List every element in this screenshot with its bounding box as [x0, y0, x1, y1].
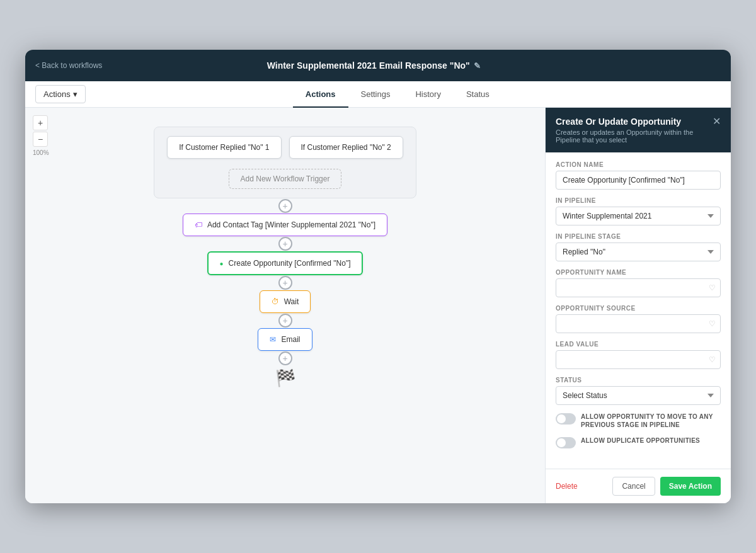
- trigger-box-2[interactable]: If Customer Replied "No" 2: [289, 136, 403, 159]
- workflow-canvas: If Customer Replied "No" 1 If Customer R…: [25, 108, 545, 486]
- opportunity-source-icon: ♡: [709, 319, 716, 328]
- tabs-group: Actions Settings History Status: [96, 81, 699, 107]
- tag-action-node[interactable]: 🏷 Add Contact Tag [Winter Supplemental 2…: [183, 214, 387, 236]
- top-bar: < Back to workflows Winter Supplemental …: [25, 50, 731, 81]
- right-panel: Create Or Update Opportunity Creates or …: [545, 108, 731, 503]
- toggle-duplicate[interactable]: [556, 437, 576, 448]
- tab-actions[interactable]: Actions: [293, 82, 348, 108]
- add-step-icon-3[interactable]: +: [278, 276, 292, 290]
- wait-node-icon: ⏱: [272, 297, 279, 306]
- toggle-previous-stage-row: ALLOW OPPORTUNITY TO MOVE TO ANY PREVIOU…: [556, 413, 721, 429]
- connector-3[interactable]: +: [278, 275, 293, 290]
- add-step-icon-5[interactable]: +: [278, 351, 292, 365]
- lead-value-icon: ♡: [709, 355, 716, 364]
- opportunity-name-icon: ♡: [709, 283, 716, 292]
- zoom-controls: + − 100%: [33, 115, 49, 156]
- edit-workflow-icon[interactable]: ✎: [474, 61, 481, 71]
- panel-title: Create Or Update Opportunity: [556, 117, 713, 127]
- trigger-wrapper: If Customer Replied "No" 1 If Customer R…: [154, 127, 416, 198]
- add-step-icon-4[interactable]: +: [278, 314, 292, 328]
- opportunity-name-input[interactable]: [556, 278, 721, 297]
- opportunity-source-label: OPPORTUNITY SOURCE: [556, 305, 721, 312]
- tab-bar: Actions ▾ Actions Settings History Statu…: [25, 81, 731, 108]
- panel-header-text: Create Or Update Opportunity Creates or …: [556, 117, 713, 144]
- lead-value-input-wrapper: ♡: [556, 350, 721, 369]
- toggle-previous-stage-label: ALLOW OPPORTUNITY TO MOVE TO ANY PREVIOU…: [581, 413, 721, 429]
- status-field-group: STATUS Select Status: [556, 377, 721, 405]
- lead-value-input[interactable]: [556, 350, 721, 369]
- add-step-icon-1[interactable]: +: [278, 199, 292, 213]
- zoom-out-button[interactable]: −: [33, 132, 48, 147]
- tab-settings[interactable]: Settings: [348, 82, 403, 108]
- opportunity-node-icon: ●: [220, 260, 224, 267]
- email-node-label: Email: [281, 335, 300, 344]
- add-step-icon-2[interactable]: +: [278, 237, 292, 251]
- actions-dropdown-label: Actions: [43, 89, 71, 99]
- opportunity-name-label: OPPORTUNITY NAME: [556, 269, 721, 276]
- panel-header: Create Or Update Opportunity Creates or …: [546, 108, 731, 152]
- toggle-duplicate-label: ALLOW DUPLICATE OPPORTUNITIES: [581, 436, 700, 445]
- in-pipeline-stage-field-group: IN PIPELINE STAGE Replied "No": [556, 233, 721, 261]
- device-frame: < Back to workflows Winter Supplemental …: [25, 50, 731, 503]
- status-select[interactable]: Select Status: [556, 386, 721, 405]
- lead-value-field-group: LEAD VALUE ♡: [556, 341, 721, 369]
- trigger-box-1[interactable]: If Customer Replied "No" 1: [167, 136, 281, 159]
- in-pipeline-label: IN PIPELINE: [556, 197, 721, 204]
- opportunity-name-input-wrapper: ♡: [556, 278, 721, 297]
- email-action-node[interactable]: ✉ Email: [258, 328, 312, 351]
- connector-4[interactable]: +: [278, 313, 293, 328]
- workflow-title-text: Winter Supplemental 2021 Email Response …: [267, 60, 470, 71]
- back-to-workflows-link[interactable]: < Back to workflows: [35, 61, 102, 70]
- canvas-area: + − 100% If Customer Replied "No" 1 If C…: [25, 108, 545, 503]
- lead-value-label: LEAD VALUE: [556, 341, 721, 348]
- in-pipeline-stage-select[interactable]: Replied "No": [556, 242, 721, 261]
- toggle-previous-stage[interactable]: [556, 413, 576, 425]
- footer-buttons: Cancel Save Action: [612, 477, 721, 496]
- action-name-field-group: ACTION NAME: [556, 161, 721, 190]
- actions-dropdown[interactable]: Actions ▾: [35, 85, 86, 103]
- delete-action-link[interactable]: Delete: [556, 482, 578, 491]
- opportunity-source-field-group: OPPORTUNITY SOURCE ♡: [556, 305, 721, 333]
- panel-footer: Delete Cancel Save Action: [546, 469, 731, 503]
- opportunity-source-input-wrapper: ♡: [556, 314, 721, 333]
- panel-body: ACTION NAME IN PIPELINE Winter Supplemen…: [546, 152, 731, 469]
- zoom-level-label: 100%: [33, 149, 49, 156]
- tab-history[interactable]: History: [403, 82, 453, 108]
- in-pipeline-field-group: IN PIPELINE Winter Supplemental 2021: [556, 197, 721, 225]
- tag-node-label: Add Contact Tag [Winter Supplemental 202…: [207, 220, 375, 229]
- workflow-title-area: Winter Supplemental 2021 Email Response …: [102, 60, 645, 71]
- tab-status[interactable]: Status: [454, 82, 502, 108]
- save-action-button[interactable]: Save Action: [660, 477, 721, 496]
- connector-2[interactable]: +: [278, 236, 293, 251]
- close-panel-button[interactable]: ✕: [713, 117, 721, 127]
- cancel-button[interactable]: Cancel: [612, 477, 655, 496]
- finish-flag: 🏁: [275, 368, 295, 388]
- action-name-label: ACTION NAME: [556, 161, 721, 168]
- action-name-input[interactable]: [556, 171, 721, 190]
- opportunity-name-field-group: OPPORTUNITY NAME ♡: [556, 269, 721, 297]
- zoom-in-button[interactable]: +: [33, 115, 48, 130]
- tag-node-icon: 🏷: [195, 220, 202, 229]
- chevron-down-icon: ▾: [73, 89, 77, 99]
- connector-1[interactable]: +: [278, 198, 293, 214]
- in-pipeline-stage-label: IN PIPELINE STAGE: [556, 233, 721, 240]
- wait-node-label: Wait: [284, 297, 299, 306]
- in-pipeline-select[interactable]: Winter Supplemental 2021: [556, 207, 721, 225]
- toggle-duplicate-row: ALLOW DUPLICATE OPPORTUNITIES: [556, 436, 721, 448]
- main-content: + − 100% If Customer Replied "No" 1 If C…: [25, 108, 731, 503]
- connector-5[interactable]: +: [278, 351, 293, 366]
- panel-subtitle: Creates or updates an Opportunity within…: [556, 128, 713, 144]
- wait-action-node[interactable]: ⏱ Wait: [260, 290, 311, 313]
- opportunity-action-node[interactable]: ● Create Opportunity [Confirmed "No"]: [207, 251, 364, 275]
- opportunity-node-label: Create Opportunity [Confirmed "No"]: [229, 259, 351, 268]
- opportunity-source-input[interactable]: [556, 314, 721, 333]
- trigger-row: If Customer Replied "No" 1 If Customer R…: [167, 136, 403, 159]
- add-trigger-button[interactable]: Add New Workflow Trigger: [229, 169, 342, 189]
- email-node-icon: ✉: [270, 335, 276, 344]
- status-label: STATUS: [556, 377, 721, 384]
